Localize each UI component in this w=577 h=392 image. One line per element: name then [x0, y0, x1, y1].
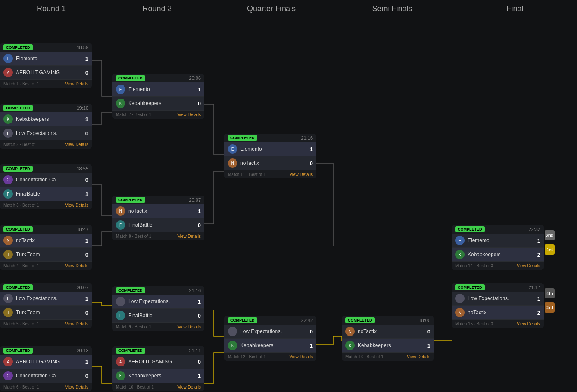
match-4-team1: N noTactix 1: [0, 234, 92, 248]
match-10-view-details[interactable]: View Details: [177, 385, 201, 389]
match-4-team2-avatar: T: [3, 250, 13, 259]
match-14-team2-score: 2: [534, 252, 540, 258]
match-15-team1: L Low Expectations. 1 4th: [452, 292, 544, 306]
match-5-label: Match 5 · Best of 1: [3, 322, 39, 326]
match-4-label: Match 4 · Best of 1: [3, 263, 39, 268]
match-7-team1: E Elemento 1: [112, 82, 204, 97]
match-1-view-details[interactable]: View Details: [65, 82, 88, 86]
match-1-status: COMPLETED 18:59: [0, 43, 92, 52]
match-13-team2-name: Kebabkeepers: [358, 342, 424, 348]
qf-header: Quarter Finals: [212, 4, 331, 13]
match-5-time: 20:07: [77, 285, 88, 290]
match-10-badge: COMPLETED: [116, 348, 145, 354]
match-14-team2-avatar: K: [455, 250, 465, 259]
match-12-team2: K Kebabkeepers 1: [224, 339, 316, 353]
match-13-time: 18:00: [418, 318, 430, 323]
match-1-team1-avatar: E: [3, 54, 13, 63]
match-9-team1-name: Low Expectations.: [128, 298, 195, 304]
match-1-team2-name: AEROLIT GAMING: [16, 70, 82, 76]
match-7-team1-score: 1: [195, 86, 201, 93]
match-4-footer: Match 4 · Best of 1 View Details: [0, 262, 92, 270]
match-8-card: COMPLETED 20:07 N noTactix 1 F FinalBatt…: [112, 196, 204, 240]
match-5-team1-score: 1: [82, 295, 88, 302]
match-13-view-details[interactable]: View Details: [407, 354, 430, 359]
match-9-time: 21:16: [189, 288, 201, 293]
match-12-badge: COMPLETED: [228, 317, 257, 323]
match-5-team2-avatar: T: [3, 308, 13, 317]
match-13-status: COMPLETED 18:00: [342, 316, 434, 325]
match-3-team2-avatar: F: [3, 189, 13, 199]
match-11-team2-avatar: N: [228, 158, 237, 168]
match-13-team1-avatar: N: [345, 327, 355, 336]
match-5-team1: L Low Expectations. 1: [0, 292, 92, 306]
match-14-team1-name: Elemento: [468, 237, 534, 243]
match-9-team2-name: FinalBattle: [128, 313, 195, 319]
match-11-view-details[interactable]: View Details: [289, 172, 313, 177]
match-11-team2-score: 0: [307, 160, 313, 167]
match-7-time: 20:06: [189, 76, 201, 81]
match-6-team1-name: AEROLIT GAMING: [16, 359, 82, 365]
match-15-team1-name: Low Expectations.: [468, 295, 534, 301]
match-5-team2: T Türk Team 0: [0, 306, 92, 320]
match-15-view-details[interactable]: View Details: [517, 322, 540, 326]
match-2-time: 19:10: [77, 105, 88, 111]
match-11-label: Match 11 · Best of 1: [228, 172, 266, 177]
match-8-view-details[interactable]: View Details: [177, 234, 201, 239]
match-3-view-details[interactable]: View Details: [65, 203, 88, 208]
match-12-view-details[interactable]: View Details: [289, 354, 313, 359]
match-15-team2-name: noTactix: [468, 310, 534, 316]
match-10-team2-name: Kebabkeepers: [128, 373, 195, 379]
match-6-card: COMPLETED 20:13 A AEROLIT GAMING 1 C Con…: [0, 346, 92, 391]
match-5-card: COMPLETED 20:07 L Low Expectations. 1 T …: [0, 283, 92, 328]
match-9-team1-avatar: L: [116, 297, 125, 306]
match-14-team1-place: 2nd: [545, 230, 555, 240]
sf-header: Semi Finals: [331, 4, 453, 13]
match-8-team2-name: FinalBattle: [128, 222, 195, 228]
match-1-team2: A AEROLIT GAMING 0: [0, 66, 92, 80]
match-4-badge: COMPLETED: [3, 226, 33, 232]
match-5-footer: Match 5 · Best of 1 View Details: [0, 320, 92, 328]
match-10-card: COMPLETED 21:11 A AEROLIT GAMING 0 K Keb…: [112, 346, 204, 391]
match-10-team1-name: AEROLIT GAMING: [128, 359, 195, 365]
match-8-team1-avatar: N: [116, 206, 125, 216]
match-2-label: Match 2 · Best of 1: [3, 142, 39, 147]
match-6-footer: Match 6 · Best of 1 View Details: [0, 383, 92, 391]
match-2-team2-name: Low Expectations.: [16, 130, 82, 136]
match-9-status: COMPLETED 21:16: [112, 286, 204, 295]
match-5-team2-score: 0: [82, 310, 88, 316]
match-2-view-details[interactable]: View Details: [65, 142, 88, 147]
match-5-view-details[interactable]: View Details: [65, 322, 88, 326]
match-8-label: Match 8 · Best of 1: [116, 234, 151, 239]
match-11-footer: Match 11 · Best of 1 View Details: [224, 170, 316, 178]
match-14-card: COMPLETED 22:32 E Elemento 1 2nd K Kebab…: [452, 225, 544, 270]
match-15-footer: Match 15 · Best of 3 View Details: [452, 320, 544, 328]
match-2-team2: L Low Expectations. 0: [0, 126, 92, 140]
match-14-view-details[interactable]: View Details: [517, 263, 540, 268]
match-6-time: 20:13: [77, 348, 88, 353]
match-7-status: COMPLETED 20:06: [112, 74, 204, 82]
match-8-team1-name: noTactix: [128, 208, 195, 214]
match-9-view-details[interactable]: View Details: [177, 325, 201, 329]
bracket-container: Round 1 Round 2 Quarter Finals Semi Fina…: [0, 0, 577, 392]
match-8-team2-score: 0: [195, 222, 201, 228]
match-8-footer: Match 8 · Best of 1 View Details: [112, 232, 204, 240]
match-6-view-details[interactable]: View Details: [65, 385, 88, 389]
match-1-team1: E Elemento 1: [0, 52, 92, 66]
match-6-team1-avatar: A: [3, 357, 13, 366]
match-6-badge: COMPLETED: [3, 348, 33, 354]
match-7-view-details[interactable]: View Details: [177, 112, 201, 117]
match-15-team1-avatar: L: [455, 294, 465, 303]
match-6-team2-score: 0: [82, 373, 88, 379]
match-7-label: Match 7 · Best of 1: [116, 112, 151, 117]
match-3-team2: F FinalBattle 1: [0, 187, 92, 201]
match-10-team2-avatar: K: [116, 371, 125, 380]
match-15-status: COMPLETED 21:17: [452, 283, 544, 292]
match-15-card: COMPLETED 21:17 L Low Expectations. 1 4t…: [452, 283, 544, 328]
match-8-team1-score: 1: [195, 208, 201, 214]
match-3-footer: Match 3 · Best of 1 View Details: [0, 201, 92, 209]
match-3-status: COMPLETED 18:55: [0, 164, 92, 173]
match-4-status: COMPLETED 18:47: [0, 225, 92, 234]
match-4-view-details[interactable]: View Details: [65, 263, 88, 268]
match-9-team2-score: 0: [195, 313, 201, 319]
match-11-team2: N noTactix 0: [224, 156, 316, 170]
